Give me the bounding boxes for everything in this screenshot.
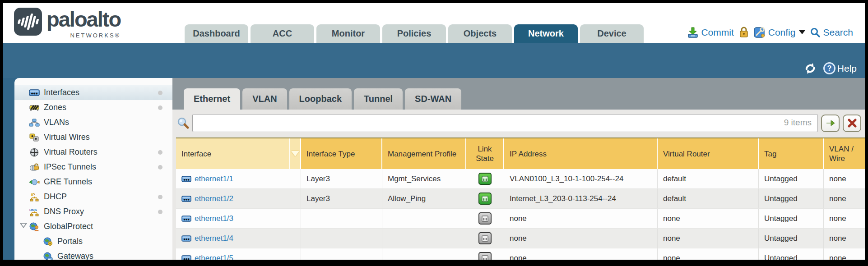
col-tag[interactable]: Tag (759, 138, 824, 169)
col-ip-address[interactable]: IP Address (504, 138, 658, 169)
help-button[interactable]: ? Help (823, 62, 857, 74)
cell-ip: Internet_L3_203-0-113-254--24 (504, 189, 658, 208)
submenu-dot (158, 91, 162, 95)
commit-button[interactable]: Commit (687, 27, 733, 38)
interface-link[interactable]: ethernet1/3 (181, 214, 233, 223)
col-management-profile[interactable]: Management Profile (382, 138, 466, 169)
config-caret-icon (799, 30, 805, 34)
cell-vrouter: none (658, 229, 759, 248)
table-row: ethernet1/2 Layer3 Allow_Ping Internet_L… (176, 189, 865, 209)
red-x-icon (848, 119, 857, 128)
clear-filter-button[interactable] (843, 115, 861, 132)
sidebar-item-virtual-wires[interactable]: Virtual Wires (14, 130, 172, 145)
submenu-dot (158, 150, 162, 155)
cell-vlan: none (824, 209, 865, 228)
col-virtual-router[interactable]: Virtual Router (658, 138, 759, 169)
globalprotect-icon (29, 222, 40, 231)
virtual-routers-icon (29, 148, 40, 157)
sidebar-item-ipsec-tunnels[interactable]: IPSec Tunnels (14, 160, 172, 174)
cell-tag: Untagged (759, 189, 824, 208)
cell-vlan: none (824, 189, 865, 208)
table-row: ethernet1/5 none none Untagged none (176, 248, 865, 260)
filter-input[interactable] (192, 114, 818, 132)
top-header: paloalto NETWORKS® Dashboard ACC Monitor… (3, 3, 865, 43)
content-area: Ethernet VLAN Loopback Tunnel SD-WAN (172, 78, 865, 260)
tab-dashboard[interactable]: Dashboard (185, 24, 248, 43)
tab-device[interactable]: Device (580, 24, 644, 43)
interfaces-table: Interface Interface Type Management Prof… (176, 138, 865, 260)
svg-text:DNS: DNS (29, 208, 37, 212)
network-sidebar: Interfaces Zones VLANs Vir (14, 78, 172, 260)
brand-sub: NETWORKS® (70, 32, 121, 39)
tab-monitor[interactable]: Monitor (316, 24, 380, 43)
ipsec-tunnels-icon (29, 163, 40, 172)
sidebar-item-dns-proxy[interactable]: DNS DNS Proxy (14, 204, 172, 219)
sidebar-item-gateways[interactable]: Gateways (14, 249, 172, 260)
sidebar-item-vlans[interactable]: VLANs (14, 115, 172, 130)
brand-name: paloalto (46, 8, 121, 31)
vlans-icon (29, 118, 40, 127)
gre-tunnels-icon (29, 178, 40, 187)
sidebar-item-interfaces[interactable]: Interfaces (14, 85, 172, 100)
header-actions: Commit Config (687, 26, 853, 38)
tab-acc[interactable]: ACC (251, 24, 314, 43)
cell-type (301, 229, 382, 248)
lock-icon[interactable] (738, 26, 749, 38)
apply-filter-button[interactable] (821, 115, 840, 132)
tab-policies[interactable]: Policies (382, 24, 446, 43)
cell-vrouter: none (658, 248, 759, 260)
tab-ethernet[interactable]: Ethernet (184, 88, 240, 110)
cell-vrouter: none (658, 209, 759, 228)
interface-link[interactable]: ethernet1/2 (181, 194, 233, 203)
col-link-state[interactable]: Link State (466, 138, 504, 169)
commit-icon (687, 27, 699, 38)
config-icon (754, 26, 766, 38)
tab-vlan[interactable]: VLAN (242, 88, 287, 110)
submenu-dot (158, 210, 162, 214)
cell-profile: Allow_Ping (382, 189, 466, 208)
cell-ip: none (504, 209, 658, 228)
sidebar-item-dhcp[interactable]: IP DHCP (14, 189, 172, 204)
link-state-up-icon (478, 193, 492, 205)
submenu-dot (158, 105, 162, 110)
tab-network[interactable]: Network (514, 24, 578, 43)
interface-link[interactable]: ethernet1/4 (181, 234, 233, 243)
sidebar-item-zones[interactable]: Zones (14, 100, 172, 115)
cell-ip: none (504, 229, 658, 248)
expander-icon[interactable] (20, 223, 27, 228)
svg-text:IP: IP (31, 193, 35, 197)
cell-profile: Mgmt_Services (382, 169, 466, 188)
link-state-down-icon (478, 232, 492, 244)
ethernet-panel: 9 items Inte (172, 110, 865, 260)
paloalto-logo: paloalto NETWORKS® (14, 8, 121, 39)
portals-icon (42, 237, 53, 246)
cell-profile (382, 248, 466, 260)
sort-caret-icon (291, 151, 299, 156)
cell-type: Layer3 (301, 189, 382, 208)
config-menu[interactable]: Config (754, 26, 806, 38)
sort-dropdown[interactable] (290, 138, 301, 169)
content-tabs-bar: Ethernet VLAN Loopback Tunnel SD-WAN (172, 78, 865, 110)
interface-link[interactable]: ethernet1/5 (181, 254, 233, 260)
table-row: ethernet1/3 none none Untagged none (176, 209, 865, 229)
sidebar-item-gre-tunnels[interactable]: GRE Tunnels (14, 174, 172, 189)
col-vlan-wire[interactable]: VLAN / Wire (824, 138, 865, 169)
interface-link[interactable]: ethernet1/1 (181, 174, 233, 183)
link-state-down-icon (478, 252, 492, 260)
cell-type (301, 209, 382, 228)
sidebar-item-portals[interactable]: Portals (14, 234, 172, 249)
cell-ip: none (504, 248, 658, 260)
cell-type (301, 248, 382, 260)
refresh-icon[interactable] (803, 63, 817, 74)
search-action[interactable]: Search (810, 27, 853, 38)
tab-loopback[interactable]: Loopback (289, 88, 352, 110)
sidebar-item-virtual-routers[interactable]: Virtual Routers (14, 145, 172, 160)
col-interface[interactable]: Interface (176, 138, 290, 169)
zones-icon (29, 103, 40, 112)
sub-header-bar: ? Help (3, 43, 865, 78)
tab-objects[interactable]: Objects (448, 24, 512, 43)
sidebar-item-globalprotect[interactable]: GlobalProtect (14, 219, 172, 234)
col-interface-type[interactable]: Interface Type (301, 138, 382, 169)
tab-tunnel[interactable]: Tunnel (354, 88, 403, 110)
tab-sdwan[interactable]: SD-WAN (405, 88, 461, 110)
